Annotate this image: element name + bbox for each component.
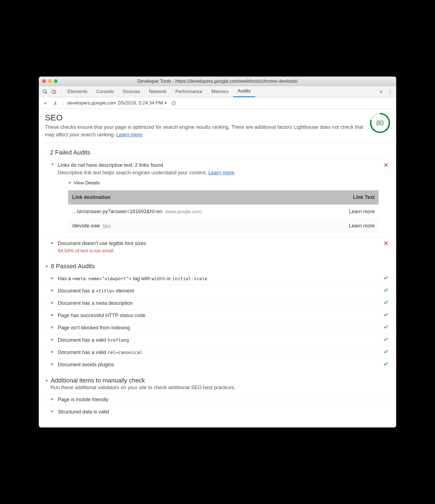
minimize-window-button[interactable] [48, 79, 52, 83]
pass-icon [382, 336, 390, 343]
audit-row-passed: ▶ Document has a <title> element [45, 285, 390, 297]
audit-row-passed: ▶ Document has a valid hreflang [45, 334, 390, 346]
audit-row-failed: ▶ Document doesn't use legible font size… [45, 237, 390, 257]
expand-toggle[interactable]: ▶ [50, 240, 55, 245]
tab-network[interactable]: Network [145, 86, 171, 97]
score-value: 80 [376, 119, 384, 127]
passed-audits-toggle[interactable]: ▼ 8 Passed Audits [45, 263, 390, 270]
expand-toggle[interactable]: ▶ [50, 361, 55, 366]
seo-header: SEO These checks ensure that your page i… [45, 113, 390, 143]
audit-row-passed: ▶ Page isn't blocked from indexing [45, 322, 390, 334]
divider [63, 100, 63, 106]
audit-row-passed: ▶ Page has successful HTTP status code [45, 309, 390, 322]
audit-row-passed: ▶ Document avoids plugins [45, 358, 390, 371]
failed-audits-group: 2 Failed Audits ▼ Links do not have desc… [45, 149, 390, 256]
device-toolbar-icon[interactable] [49, 87, 58, 96]
chevron-down-icon: ▼ [45, 379, 49, 383]
kebab-menu-icon[interactable]: ⋮ [386, 89, 395, 95]
expand-toggle[interactable]: ▶ [50, 312, 55, 317]
close-window-button[interactable] [42, 79, 46, 83]
view-details-toggle[interactable]: ▼ View Details [68, 179, 379, 187]
divider [61, 89, 61, 95]
table-row: /devsite-swe (go) Learn more [68, 219, 379, 233]
tab-memory[interactable]: Memory [207, 86, 233, 97]
failed-audits-title: 2 Failed Audits [50, 149, 390, 156]
expand-toggle[interactable]: ▼ [50, 161, 55, 167]
tab-audits[interactable]: Audits [233, 86, 255, 97]
audit-row-passed: ▶ Has a <meta name="viewport"> tag with … [45, 273, 390, 285]
pass-icon [382, 361, 390, 368]
audit-row-passed: ▶ Document has a valid rel=canonical [45, 346, 390, 358]
tab-elements[interactable]: Elements [63, 86, 92, 97]
category-title: SEO [45, 113, 364, 122]
pass-icon [382, 312, 390, 318]
audit-title: Has a <meta name="viewport"> tag with wi… [58, 275, 379, 282]
expand-toggle[interactable]: ▶ [50, 275, 55, 280]
clear-icon[interactable] [170, 99, 177, 107]
fail-icon: ✕ [382, 240, 390, 247]
manual-checks-description: Run these additional validators on your … [51, 385, 390, 391]
report-selector[interactable]: developers.google.com 2/5/2018, 3:24:34 … [67, 100, 167, 106]
tab-performance[interactable]: Performance [171, 86, 207, 97]
audit-title: Page is mobile friendly [58, 396, 379, 403]
expand-toggle[interactable]: ▶ [50, 336, 55, 341]
score-gauge: 80 [370, 113, 390, 133]
chevron-down-icon: ▼ [45, 264, 49, 268]
chevron-down-icon: ▼ [68, 180, 71, 186]
titlebar: Developer Tools - https://developers.goo… [39, 77, 396, 86]
audit-details: ▼ View Details Link destination Link Tex… [66, 179, 379, 233]
expand-toggle[interactable]: ▶ [50, 349, 55, 354]
chevron-down-icon: ▼ [164, 101, 167, 105]
inspect-element-icon[interactable] [40, 87, 49, 96]
audit-title: Structured data is valid [58, 408, 379, 416]
expand-toggle[interactable]: ▶ [50, 324, 55, 329]
audit-row-manual: ▶ Page is mobile friendly [45, 393, 390, 406]
tab-console[interactable]: Console [92, 86, 118, 97]
column-header: Link Text [318, 190, 379, 205]
audit-title: Page isn't blocked from indexing [58, 324, 379, 332]
category-description: These checks ensure that your page is op… [45, 123, 364, 139]
pass-icon [382, 275, 390, 282]
manual-checks-group: ▼ Additional items to manually check Run… [45, 377, 390, 418]
devtools-tabstrip: Elements Console Sources Network Perform… [39, 86, 396, 97]
audit-row-passed: ▶ Document has a meta description [45, 297, 390, 309]
expand-toggle[interactable]: ▶ [50, 408, 55, 413]
audit-title: Links do not have descriptive text: 2 li… [58, 161, 379, 169]
pass-icon [382, 324, 390, 331]
link-details-table: Link destination Link Text …bin/answer.p… [68, 190, 379, 233]
expand-toggle[interactable]: ▶ [50, 299, 55, 305]
fail-icon: ✕ [382, 161, 390, 168]
tab-sources[interactable]: Sources [118, 86, 144, 97]
audit-title: Document avoids plugins [58, 361, 379, 369]
pass-icon [382, 299, 390, 306]
audit-warning-text: 64.54% of text is too small. [58, 247, 379, 255]
window-title: Developer Tools - https://developers.goo… [42, 79, 393, 84]
audit-row-manual: ▶ Structured data is valid [45, 406, 390, 418]
svg-rect-2 [54, 91, 56, 93]
report-label: developers.google.com 2/5/2018, 3:24:34 … [67, 100, 163, 106]
passed-audits-group: ▼ 8 Passed Audits ▶ Has a <meta name="vi… [45, 263, 390, 371]
learn-more-link[interactable]: Learn more [208, 170, 234, 175]
audits-toolbar: ＋ developers.google.com 2/5/2018, 3:24:3… [39, 97, 396, 109]
audit-title: Document has a <title> element [58, 287, 379, 295]
table-row: …bin/answer.py?answer=181692&hl=en (www.… [68, 205, 379, 219]
learn-more-link[interactable]: Learn more [116, 132, 142, 137]
zoom-window-button[interactable] [54, 79, 58, 83]
new-audit-icon[interactable]: ＋ [42, 99, 49, 107]
audit-title: Document has a meta description [58, 299, 379, 307]
more-tabs-icon[interactable]: » [377, 89, 386, 94]
traffic-lights [42, 79, 58, 83]
devtools-window: Developer Tools - https://developers.goo… [39, 77, 396, 427]
pass-icon [382, 287, 390, 294]
expand-toggle[interactable]: ▶ [50, 396, 55, 401]
panel-tabs: Elements Console Sources Network Perform… [63, 86, 377, 97]
audit-content: SEO These checks ensure that your page i… [39, 109, 396, 427]
manual-checks-toggle[interactable]: ▼ Additional items to manually check [45, 377, 390, 384]
download-report-icon[interactable] [52, 99, 59, 107]
audit-title: Page has successful HTTP status code [58, 312, 379, 319]
audit-title: Document doesn't use legible font sizes [58, 240, 379, 247]
expand-toggle[interactable]: ▶ [50, 287, 55, 292]
audit-row-failed: ▼ Links do not have descriptive text: 2 … [45, 159, 390, 237]
audit-title: Document has a valid hreflang [58, 336, 379, 344]
pass-icon [382, 349, 390, 355]
